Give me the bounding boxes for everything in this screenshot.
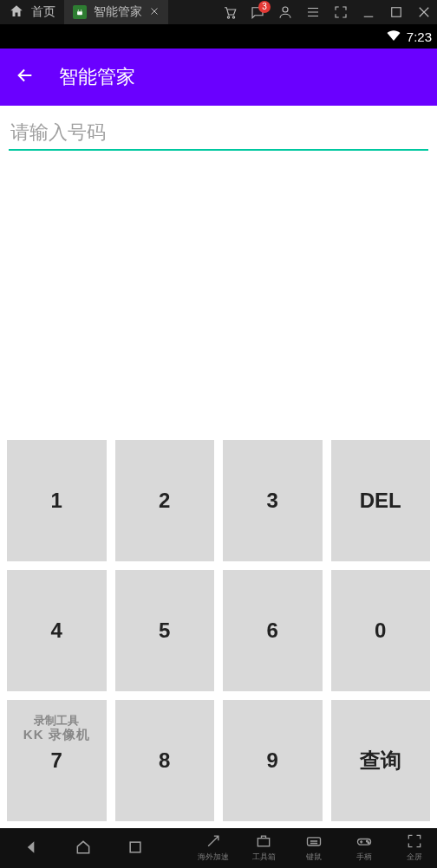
svg-point-10 (367, 840, 369, 842)
svg-point-2 (227, 16, 229, 18)
emulator-tab-app[interactable]: 智能管家 (64, 0, 168, 24)
bottom-tool-gamepad[interactable]: 手柄 (347, 832, 382, 863)
keypad-key-6[interactable]: 6 (223, 570, 323, 691)
bottom-tool-toolbox[interactable]: 工具箱 (246, 832, 281, 863)
recorder-watermark: 录制工具 KK 录像机 (7, 714, 107, 742)
keypad-key-4[interactable]: 4 (7, 570, 107, 691)
keypad-key-8[interactable]: 8 (115, 700, 215, 821)
menu-icon[interactable] (305, 4, 321, 20)
svg-rect-7 (258, 838, 269, 845)
android-nav (0, 839, 166, 858)
fullscreen-icon[interactable] (333, 4, 349, 20)
number-input-area (0, 106, 437, 151)
nav-recent-icon[interactable] (127, 839, 144, 858)
back-icon[interactable] (16, 66, 35, 88)
keypad-key-3[interactable]: 3 (223, 440, 323, 561)
home-icon (9, 3, 24, 22)
keypad-key-1[interactable]: 1 (7, 440, 107, 561)
android-app-icon (73, 5, 87, 19)
close-icon[interactable] (149, 5, 160, 19)
emulator-tabs: 首页 智能管家 (0, 0, 168, 24)
emulator-sys-icons: 3 (222, 4, 437, 20)
bottom-tool-keymap[interactable]: 键鼠 (297, 832, 331, 863)
keypad-key-query[interactable]: 查询 (331, 700, 431, 821)
svg-point-11 (368, 841, 369, 843)
svg-rect-5 (392, 8, 401, 17)
keypad-key-5[interactable]: 5 (115, 570, 215, 691)
maximize-icon[interactable] (388, 4, 404, 20)
android-status-bar: 7:23 (0, 24, 437, 49)
emulator-top-bar: 首页 智能管家 3 (0, 0, 437, 24)
number-input[interactable] (9, 116, 428, 149)
svg-point-3 (232, 16, 234, 18)
content-area (0, 151, 437, 431)
keypad-key-2[interactable]: 2 (115, 440, 215, 561)
emulator-tab-label: 智能管家 (94, 4, 142, 20)
svg-point-1 (81, 10, 82, 10)
page-title: 智能管家 (59, 64, 135, 90)
message-icon[interactable]: 3 (250, 4, 265, 20)
keypad: 1 2 3 DEL 4 5 6 0 录制工具 KK 录像机 7 8 9 查询 (0, 431, 437, 828)
svg-rect-6 (130, 842, 140, 852)
app-header: 智能管家 (0, 49, 437, 106)
status-time: 7:23 (407, 29, 432, 44)
keypad-key-7[interactable]: 录制工具 KK 录像机 7 (7, 700, 107, 821)
nav-back-icon[interactable] (23, 839, 40, 858)
keypad-key-del[interactable]: DEL (331, 440, 431, 561)
emulator-tab-home[interactable]: 首页 (0, 0, 64, 24)
bottom-tool-fullscreen[interactable]: 全屏 (397, 832, 432, 863)
svg-point-4 (283, 7, 288, 12)
emulator-tab-label: 首页 (31, 4, 55, 20)
notification-badge: 3 (258, 1, 271, 13)
emulator-bottom-bar: 海外加速 工具箱 键鼠 手柄 全屏 (0, 828, 437, 868)
window-close-icon[interactable] (416, 4, 432, 20)
keypad-key-0[interactable]: 0 (331, 570, 431, 691)
user-icon[interactable] (277, 4, 293, 20)
wifi-icon (386, 28, 401, 46)
minimize-icon[interactable] (361, 4, 376, 20)
svg-point-0 (78, 10, 79, 10)
keypad-key-9[interactable]: 9 (223, 700, 323, 821)
bottom-tool-accel[interactable]: 海外加速 (196, 832, 231, 863)
nav-home-icon[interactable] (75, 839, 92, 858)
cart-icon[interactable] (222, 4, 238, 20)
